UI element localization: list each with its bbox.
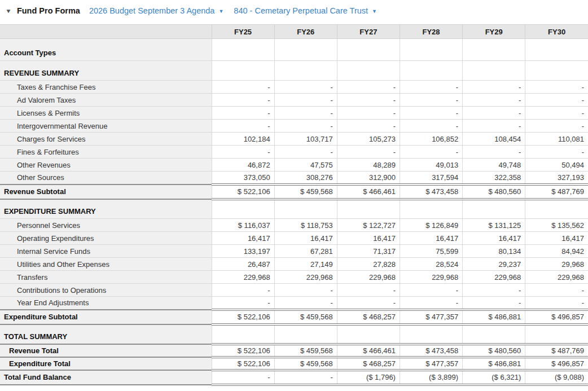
value-cell: 29,237 — [463, 258, 525, 271]
value-cell: ($ 9,088) — [525, 370, 588, 385]
value-cell: $ 466,461 — [337, 184, 400, 199]
budget-dropdown[interactable]: 2026 Budget September 3 Agenda ▼ — [89, 6, 223, 15]
fund-dropdown-label: 840 - Cemetary Perpetual Care Trust — [234, 6, 368, 15]
table-row: EXPENDITURE SUMMARY — [0, 199, 588, 219]
value-cell: - — [274, 146, 337, 159]
value-cell: - — [463, 297, 525, 310]
value-cell: ($ 3,899) — [400, 370, 462, 385]
value-cell: - — [337, 146, 400, 159]
value-cell: $ 487,769 — [525, 184, 588, 199]
table-row: Utilities and Other Expenses26,48727,149… — [0, 258, 588, 271]
table-row: Transfers229,968229,968229,968229,968229… — [0, 271, 588, 284]
value-cell: $ 459,568 — [274, 357, 337, 370]
value-cell: $ 477,357 — [400, 310, 462, 324]
value-cell: 67,281 — [274, 245, 337, 258]
table-row: Intergovernmental Revenue------ — [0, 120, 588, 133]
value-cell: 322,358 — [463, 172, 525, 184]
column-header: FY26 — [274, 25, 337, 39]
value-cell: 229,968 — [274, 271, 337, 284]
row-label: TOTAL SUMMARY — [0, 324, 212, 344]
column-header: FY25 — [212, 25, 274, 39]
value-cell — [212, 39, 274, 61]
value-cell: 75,599 — [400, 245, 462, 258]
value-cell — [463, 324, 525, 344]
table-row: Personnel Services$ 116,037$ 118,753$ 12… — [0, 219, 588, 232]
row-label: Total Fund Balance — [0, 370, 212, 385]
value-cell: - — [212, 120, 274, 133]
collapse-section-icon[interactable]: ▼ — [5, 8, 11, 14]
value-cell: 48,289 — [337, 159, 400, 172]
fund-dropdown[interactable]: 840 - Cemetary Perpetual Care Trust ▼ — [234, 6, 377, 15]
value-cell: - — [525, 107, 588, 120]
value-cell: $ 116,037 — [212, 219, 274, 232]
value-cell: - — [212, 370, 274, 385]
table-row: Contributions to Operations------ — [0, 284, 588, 297]
value-cell: 308,276 — [274, 172, 337, 184]
value-cell — [212, 61, 274, 81]
value-cell: $ 126,849 — [400, 219, 462, 232]
value-cell: 229,968 — [525, 271, 588, 284]
value-cell — [463, 199, 525, 219]
value-cell: - — [463, 81, 525, 94]
value-cell: - — [337, 120, 400, 133]
value-cell — [525, 324, 588, 344]
value-cell: - — [463, 94, 525, 107]
value-cell — [400, 39, 462, 61]
value-cell: 49,748 — [463, 159, 525, 172]
table-row: Operating Expenditures16,41716,41716,417… — [0, 232, 588, 245]
budget-dropdown-label: 2026 Budget September 3 Agenda — [89, 6, 215, 15]
column-header: FY30 — [525, 25, 588, 39]
row-label: Personnel Services — [0, 219, 212, 232]
value-cell: 49,013 — [400, 159, 462, 172]
value-cell: - — [525, 94, 588, 107]
fund-pro-forma-table: FY25FY26FY27FY28FY29FY30 Account TypesRE… — [0, 24, 588, 386]
value-cell: $ 135,562 — [525, 219, 588, 232]
value-cell: $ 496,857 — [525, 310, 588, 324]
value-cell: $ 459,568 — [274, 184, 337, 199]
table-row: Internal Service Funds133,19767,28171,31… — [0, 245, 588, 258]
value-cell: - — [400, 94, 462, 107]
table-row: Revenue Total$ 522,106$ 459,568$ 466,461… — [0, 344, 588, 357]
value-cell: 47,575 — [274, 159, 337, 172]
row-label: Year End Adjustments — [0, 297, 212, 310]
value-cell: $ 459,568 — [274, 344, 337, 357]
value-cell: $ 118,753 — [274, 219, 337, 232]
table-row: Fines & Forfeitures------ — [0, 146, 588, 159]
toolbar: ▼ Fund Pro Forma 2026 Budget September 3… — [0, 0, 588, 20]
row-label: Expenditure Total — [0, 357, 212, 370]
value-cell — [400, 199, 462, 219]
row-label: Internal Service Funds — [0, 245, 212, 258]
value-cell: - — [463, 146, 525, 159]
row-label: Other Sources — [0, 172, 212, 184]
value-cell — [337, 39, 400, 61]
table-row: Other Sources373,050308,276312,900317,59… — [0, 172, 588, 184]
value-cell: 71,317 — [337, 245, 400, 258]
value-cell: $ 486,881 — [463, 357, 525, 370]
value-cell: $ 522,106 — [212, 310, 274, 324]
value-cell: $ 480,560 — [463, 184, 525, 199]
value-cell: 16,417 — [337, 232, 400, 245]
table-header-row: FY25FY26FY27FY28FY29FY30 — [0, 25, 588, 39]
value-cell: - — [337, 81, 400, 94]
value-cell — [463, 61, 525, 81]
row-label: Utilities and Other Expenses — [0, 258, 212, 271]
value-cell: 50,494 — [525, 159, 588, 172]
value-cell: - — [400, 81, 462, 94]
value-cell: 16,417 — [400, 232, 462, 245]
value-cell: $ 496,857 — [525, 357, 588, 370]
value-cell: 84,942 — [525, 245, 588, 258]
value-cell: - — [274, 284, 337, 297]
value-cell: - — [337, 297, 400, 310]
value-cell: - — [525, 284, 588, 297]
table-row: Expenditure Subtotal$ 522,106$ 459,568$ … — [0, 310, 588, 324]
value-cell: 46,872 — [212, 159, 274, 172]
value-cell: - — [525, 297, 588, 310]
column-header: FY28 — [400, 25, 462, 39]
value-cell: - — [274, 94, 337, 107]
value-cell: 29,968 — [525, 258, 588, 271]
value-cell — [525, 61, 588, 81]
value-cell: - — [400, 146, 462, 159]
value-cell: 28,524 — [400, 258, 462, 271]
value-cell: 110,081 — [525, 133, 588, 146]
value-cell: $ 468,257 — [337, 357, 400, 370]
